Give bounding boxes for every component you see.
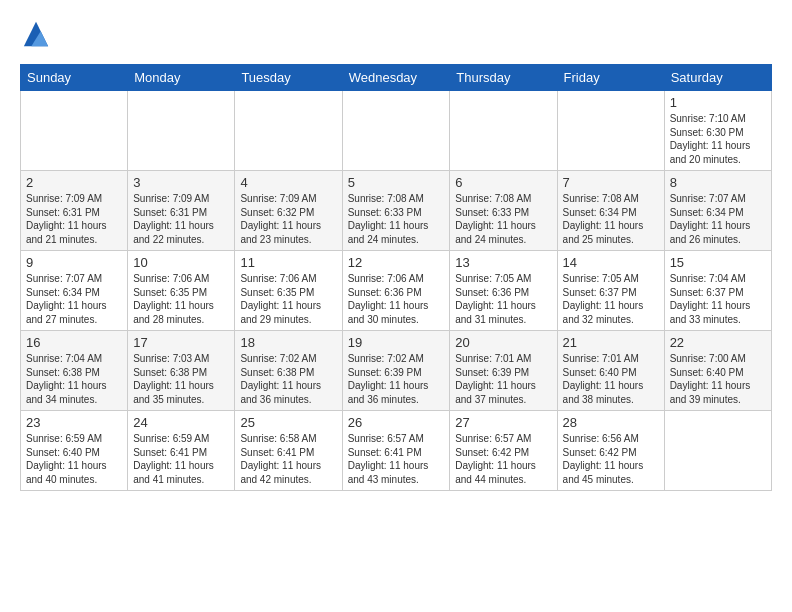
day-info: Sunrise: 7:01 AM Sunset: 6:40 PM Dayligh… [563, 352, 659, 406]
day-number: 25 [240, 415, 336, 430]
calendar-cell: 6Sunrise: 7:08 AM Sunset: 6:33 PM Daylig… [450, 171, 557, 251]
calendar-cell: 8Sunrise: 7:07 AM Sunset: 6:34 PM Daylig… [664, 171, 771, 251]
day-info: Sunrise: 7:05 AM Sunset: 6:36 PM Dayligh… [455, 272, 551, 326]
calendar-cell: 25Sunrise: 6:58 AM Sunset: 6:41 PM Dayli… [235, 411, 342, 491]
day-number: 13 [455, 255, 551, 270]
day-number: 16 [26, 335, 122, 350]
day-info: Sunrise: 7:04 AM Sunset: 6:37 PM Dayligh… [670, 272, 766, 326]
day-info: Sunrise: 6:57 AM Sunset: 6:41 PM Dayligh… [348, 432, 445, 486]
calendar-cell: 15Sunrise: 7:04 AM Sunset: 6:37 PM Dayli… [664, 251, 771, 331]
day-number: 1 [670, 95, 766, 110]
header-day-saturday: Saturday [664, 65, 771, 91]
calendar-cell: 1Sunrise: 7:10 AM Sunset: 6:30 PM Daylig… [664, 91, 771, 171]
day-info: Sunrise: 7:02 AM Sunset: 6:39 PM Dayligh… [348, 352, 445, 406]
day-number: 11 [240, 255, 336, 270]
day-number: 22 [670, 335, 766, 350]
week-row-0: 1Sunrise: 7:10 AM Sunset: 6:30 PM Daylig… [21, 91, 772, 171]
calendar-cell: 28Sunrise: 6:56 AM Sunset: 6:42 PM Dayli… [557, 411, 664, 491]
calendar-cell: 19Sunrise: 7:02 AM Sunset: 6:39 PM Dayli… [342, 331, 450, 411]
calendar-cell: 16Sunrise: 7:04 AM Sunset: 6:38 PM Dayli… [21, 331, 128, 411]
day-info: Sunrise: 6:57 AM Sunset: 6:42 PM Dayligh… [455, 432, 551, 486]
calendar-cell: 10Sunrise: 7:06 AM Sunset: 6:35 PM Dayli… [128, 251, 235, 331]
day-number: 17 [133, 335, 229, 350]
calendar-cell: 22Sunrise: 7:00 AM Sunset: 6:40 PM Dayli… [664, 331, 771, 411]
day-number: 24 [133, 415, 229, 430]
day-number: 4 [240, 175, 336, 190]
week-row-2: 9Sunrise: 7:07 AM Sunset: 6:34 PM Daylig… [21, 251, 772, 331]
page: SundayMondayTuesdayWednesdayThursdayFrid… [0, 0, 792, 501]
day-info: Sunrise: 7:08 AM Sunset: 6:33 PM Dayligh… [455, 192, 551, 246]
calendar-cell: 17Sunrise: 7:03 AM Sunset: 6:38 PM Dayli… [128, 331, 235, 411]
calendar-cell: 7Sunrise: 7:08 AM Sunset: 6:34 PM Daylig… [557, 171, 664, 251]
day-number: 27 [455, 415, 551, 430]
day-info: Sunrise: 6:56 AM Sunset: 6:42 PM Dayligh… [563, 432, 659, 486]
day-info: Sunrise: 7:06 AM Sunset: 6:35 PM Dayligh… [133, 272, 229, 326]
calendar-cell: 21Sunrise: 7:01 AM Sunset: 6:40 PM Dayli… [557, 331, 664, 411]
day-number: 15 [670, 255, 766, 270]
day-number: 6 [455, 175, 551, 190]
calendar-table: SundayMondayTuesdayWednesdayThursdayFrid… [20, 64, 772, 491]
calendar-cell [342, 91, 450, 171]
day-info: Sunrise: 7:07 AM Sunset: 6:34 PM Dayligh… [26, 272, 122, 326]
calendar-header: SundayMondayTuesdayWednesdayThursdayFrid… [21, 65, 772, 91]
calendar-cell: 18Sunrise: 7:02 AM Sunset: 6:38 PM Dayli… [235, 331, 342, 411]
calendar-cell [450, 91, 557, 171]
day-number: 9 [26, 255, 122, 270]
week-row-4: 23Sunrise: 6:59 AM Sunset: 6:40 PM Dayli… [21, 411, 772, 491]
logo-icon [22, 20, 50, 48]
calendar-cell [664, 411, 771, 491]
calendar-cell [128, 91, 235, 171]
day-number: 8 [670, 175, 766, 190]
calendar-cell: 13Sunrise: 7:05 AM Sunset: 6:36 PM Dayli… [450, 251, 557, 331]
calendar-cell: 11Sunrise: 7:06 AM Sunset: 6:35 PM Dayli… [235, 251, 342, 331]
calendar-cell: 5Sunrise: 7:08 AM Sunset: 6:33 PM Daylig… [342, 171, 450, 251]
calendar-cell: 20Sunrise: 7:01 AM Sunset: 6:39 PM Dayli… [450, 331, 557, 411]
day-number: 5 [348, 175, 445, 190]
day-info: Sunrise: 6:59 AM Sunset: 6:40 PM Dayligh… [26, 432, 122, 486]
day-number: 19 [348, 335, 445, 350]
calendar-cell [21, 91, 128, 171]
calendar-cell [235, 91, 342, 171]
day-info: Sunrise: 7:10 AM Sunset: 6:30 PM Dayligh… [670, 112, 766, 166]
calendar-cell: 27Sunrise: 6:57 AM Sunset: 6:42 PM Dayli… [450, 411, 557, 491]
day-info: Sunrise: 7:02 AM Sunset: 6:38 PM Dayligh… [240, 352, 336, 406]
header-day-monday: Monday [128, 65, 235, 91]
week-row-3: 16Sunrise: 7:04 AM Sunset: 6:38 PM Dayli… [21, 331, 772, 411]
day-number: 14 [563, 255, 659, 270]
calendar-cell: 9Sunrise: 7:07 AM Sunset: 6:34 PM Daylig… [21, 251, 128, 331]
day-info: Sunrise: 7:09 AM Sunset: 6:31 PM Dayligh… [26, 192, 122, 246]
day-info: Sunrise: 7:04 AM Sunset: 6:38 PM Dayligh… [26, 352, 122, 406]
calendar-cell: 12Sunrise: 7:06 AM Sunset: 6:36 PM Dayli… [342, 251, 450, 331]
calendar-cell: 4Sunrise: 7:09 AM Sunset: 6:32 PM Daylig… [235, 171, 342, 251]
calendar-cell: 14Sunrise: 7:05 AM Sunset: 6:37 PM Dayli… [557, 251, 664, 331]
header-day-thursday: Thursday [450, 65, 557, 91]
day-number: 21 [563, 335, 659, 350]
day-number: 20 [455, 335, 551, 350]
day-info: Sunrise: 7:00 AM Sunset: 6:40 PM Dayligh… [670, 352, 766, 406]
week-row-1: 2Sunrise: 7:09 AM Sunset: 6:31 PM Daylig… [21, 171, 772, 251]
day-number: 28 [563, 415, 659, 430]
day-info: Sunrise: 7:03 AM Sunset: 6:38 PM Dayligh… [133, 352, 229, 406]
day-info: Sunrise: 6:59 AM Sunset: 6:41 PM Dayligh… [133, 432, 229, 486]
calendar-cell: 23Sunrise: 6:59 AM Sunset: 6:40 PM Dayli… [21, 411, 128, 491]
header [20, 20, 772, 48]
header-row: SundayMondayTuesdayWednesdayThursdayFrid… [21, 65, 772, 91]
calendar-cell: 26Sunrise: 6:57 AM Sunset: 6:41 PM Dayli… [342, 411, 450, 491]
day-info: Sunrise: 7:07 AM Sunset: 6:34 PM Dayligh… [670, 192, 766, 246]
day-number: 18 [240, 335, 336, 350]
day-number: 3 [133, 175, 229, 190]
calendar-cell: 24Sunrise: 6:59 AM Sunset: 6:41 PM Dayli… [128, 411, 235, 491]
calendar-cell: 2Sunrise: 7:09 AM Sunset: 6:31 PM Daylig… [21, 171, 128, 251]
calendar-cell: 3Sunrise: 7:09 AM Sunset: 6:31 PM Daylig… [128, 171, 235, 251]
day-info: Sunrise: 7:08 AM Sunset: 6:33 PM Dayligh… [348, 192, 445, 246]
header-day-sunday: Sunday [21, 65, 128, 91]
day-info: Sunrise: 6:58 AM Sunset: 6:41 PM Dayligh… [240, 432, 336, 486]
day-number: 23 [26, 415, 122, 430]
day-info: Sunrise: 7:09 AM Sunset: 6:31 PM Dayligh… [133, 192, 229, 246]
header-day-friday: Friday [557, 65, 664, 91]
day-number: 10 [133, 255, 229, 270]
day-number: 12 [348, 255, 445, 270]
day-number: 2 [26, 175, 122, 190]
day-info: Sunrise: 7:05 AM Sunset: 6:37 PM Dayligh… [563, 272, 659, 326]
day-info: Sunrise: 7:06 AM Sunset: 6:35 PM Dayligh… [240, 272, 336, 326]
